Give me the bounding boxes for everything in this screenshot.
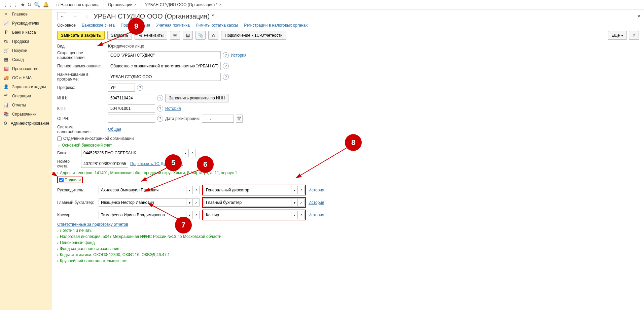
check-button[interactable]: ⎙ [208, 31, 218, 40]
open-icon[interactable]: ↗ [193, 211, 200, 219]
dropdown-icon[interactable]: ▾ [186, 198, 193, 207]
close-icon[interactable]: × [134, 2, 137, 7]
help-button[interactable]: ? [629, 31, 639, 40]
connect-1c-button[interactable]: Подключение к 1С-Отчетности [221, 31, 286, 40]
social-section[interactable]: Фонд социального страхования [60, 246, 119, 251]
acc-input[interactable] [81, 160, 128, 168]
largest-section[interactable]: Крупнейший налогоплательщик: нет [60, 258, 128, 263]
forward-button[interactable]: → [70, 12, 80, 20]
dropdown-icon[interactable]: ▾ [186, 186, 193, 194]
favorite-icon[interactable]: ☆ [83, 13, 91, 20]
expand-icon[interactable]: › [57, 234, 59, 239]
logo-section[interactable]: Логотип и печать [60, 228, 92, 233]
expand-icon[interactable]: › [57, 258, 59, 263]
responsible-link[interactable]: Ответственные за подготовку отчетов [57, 222, 128, 227]
hint-icon[interactable]: ? [223, 63, 229, 69]
search-icon[interactable]: 🔍 [34, 2, 40, 8]
hint-icon[interactable]: ? [157, 95, 163, 101]
ogrn-input[interactable] [108, 115, 155, 123]
sidebar-item-8[interactable]: 👤Зарплата и кадры [0, 82, 52, 91]
fill-by-inn-button[interactable]: Заполнить реквизиты по ИНН [165, 94, 228, 102]
sidebar-item-11[interactable]: 📚Справочники [0, 110, 52, 119]
sidebar-item-12[interactable]: ⚙Администрирование [0, 119, 52, 128]
open-icon[interactable]: ↗ [193, 198, 200, 207]
prog-input[interactable] [108, 73, 221, 81]
close-page-icon[interactable]: × [637, 13, 641, 20]
calendar-icon[interactable]: 📅 [236, 115, 243, 123]
subnav-limits[interactable]: Лимиты остатка кассы [196, 23, 238, 28]
sidebar-item-9[interactable]: ᴬᵏОперации [0, 91, 52, 100]
sidebar-item-7[interactable]: 🚚ОС и НМА [0, 73, 52, 82]
subnav-tax[interactable]: Регистрации в налоговых органах [244, 23, 308, 28]
sidebar-item-1[interactable]: 📈Руководителю [0, 19, 52, 28]
sidebar-item-6[interactable]: 🏭Производство [0, 64, 52, 73]
sidebar-item-3[interactable]: 🛍Продажи [0, 37, 52, 46]
back-button[interactable]: ← [57, 12, 67, 20]
history-link[interactable]: История [309, 200, 324, 205]
full-input[interactable] [108, 62, 221, 70]
subnav-bank[interactable]: Банковские счета [82, 23, 115, 28]
sidebar-item-0[interactable]: ≡Главное [0, 9, 52, 19]
cash-input[interactable] [99, 211, 186, 219]
open-icon[interactable]: ↗ [298, 211, 305, 219]
expand-icon[interactable]: › [57, 246, 59, 251]
expand-icon[interactable]: › [57, 240, 59, 245]
hint-icon[interactable]: ? [223, 74, 229, 80]
subnav-policy[interactable]: Учетная политика [156, 23, 190, 28]
sidebar-item-4[interactable]: 🛒Покупки [0, 46, 52, 55]
star-icon[interactable]: ★ [21, 2, 25, 8]
history-link[interactable]: История [309, 213, 324, 217]
hint-icon[interactable]: ? [157, 116, 163, 122]
more-button[interactable]: Еще ▾ [608, 31, 627, 40]
open-icon[interactable]: ↗ [298, 198, 305, 207]
dropdown-icon[interactable]: ▾ [291, 198, 298, 207]
tab-organizations[interactable]: Организации× [104, 0, 141, 9]
sign-section[interactable]: Подписи [65, 178, 81, 182]
open-icon[interactable]: ↗ [189, 149, 195, 157]
acct-input[interactable] [99, 198, 186, 207]
dropdown-icon[interactable]: ▾ [291, 186, 298, 194]
attach-button[interactable]: 📎 [195, 31, 206, 40]
sign-checkbox[interactable] [59, 178, 64, 182]
head-input[interactable] [99, 186, 186, 194]
close-icon[interactable]: × [219, 2, 222, 7]
hint-icon[interactable]: ? [223, 52, 229, 58]
tax-system-link[interactable]: Общая [108, 127, 121, 132]
pension-section[interactable]: Пенсионный фонд [60, 240, 95, 245]
kpp-input[interactable] [108, 104, 155, 113]
inn-input[interactable] [108, 94, 155, 102]
collapse-icon[interactable]: ⌄ [57, 143, 61, 148]
tab-home[interactable]: ⌂Начальная страница [52, 0, 104, 9]
history-link[interactable]: История [309, 188, 324, 192]
sidebar-item-2[interactable]: ₽Банк и касса [0, 28, 52, 37]
mail-button[interactable]: ✉ [170, 31, 180, 40]
bank-input[interactable] [81, 149, 182, 157]
address-section[interactable]: Адрес и телефон: 141401, Московская обл,… [60, 170, 237, 175]
subnav-main[interactable]: Основное [57, 23, 76, 28]
prefix-input[interactable] [108, 84, 135, 92]
doc-button[interactable]: ▤ [183, 31, 193, 40]
sidebar-item-5[interactable]: ▦Склад [0, 55, 52, 64]
bell-icon[interactable]: 🔔 [43, 2, 49, 8]
open-icon[interactable]: ↗ [193, 186, 200, 194]
hint-icon[interactable]: ? [137, 85, 143, 91]
dropdown-icon[interactable]: ▾ [291, 211, 298, 219]
expand-icon[interactable]: › [57, 252, 59, 257]
acct-role-input[interactable] [204, 198, 291, 207]
expand-icon[interactable]: › [57, 170, 59, 175]
cash-role-input[interactable] [204, 211, 291, 219]
expand-icon[interactable]: › [57, 228, 59, 233]
save-button[interactable]: Записать [107, 31, 132, 40]
sidebar-item-10[interactable]: 📊Отчеты [0, 100, 52, 110]
short-input[interactable] [108, 51, 221, 59]
tax-insp-section[interactable]: Налоговая инспекция: 5047 Межрайонная ИФ… [60, 234, 221, 239]
dropdown-icon[interactable]: ▾ [182, 149, 189, 157]
stats-section[interactable]: Коды статистики: ОКОПФ 12300, ОКФС 16, О… [60, 252, 170, 257]
history-icon[interactable]: ↻ [27, 2, 32, 8]
save-close-button[interactable]: Записать и закрыть [57, 31, 105, 40]
head-role-input[interactable] [204, 186, 291, 194]
bank-section[interactable]: Основной банковский счет [62, 143, 112, 148]
open-icon[interactable]: ↗ [298, 186, 305, 194]
tab-urban-studio[interactable]: УРБАН СТУДИО ООО (Организация) *× [141, 0, 226, 9]
reg-date-input[interactable] [202, 115, 234, 123]
